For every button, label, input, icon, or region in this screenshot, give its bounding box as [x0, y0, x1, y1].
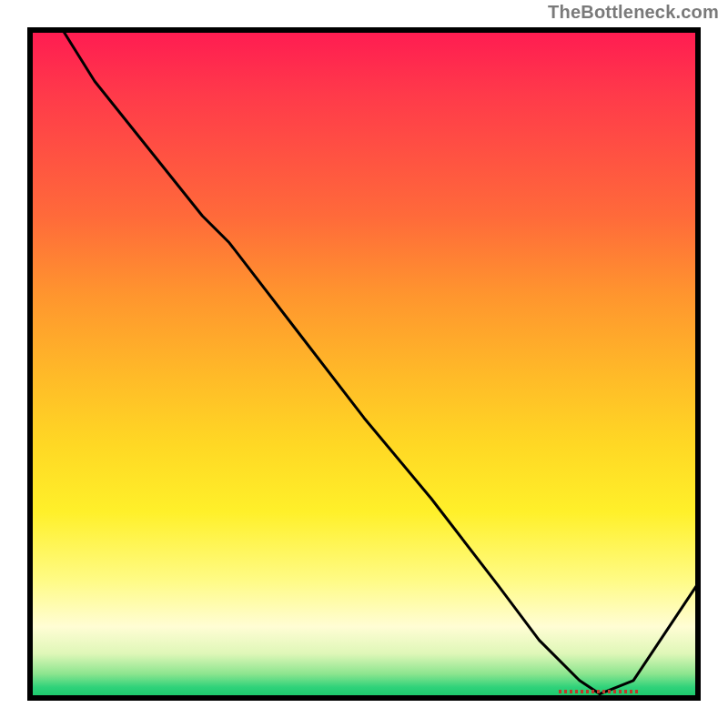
bottleneck-curve — [27, 27, 701, 701]
watermark-text: TheBottleneck.com — [548, 2, 719, 23]
chart-area — [27, 27, 701, 701]
